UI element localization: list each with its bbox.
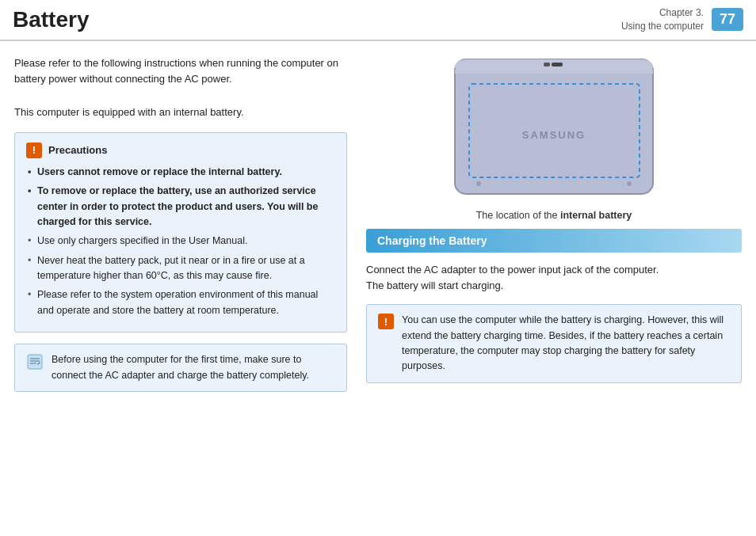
chapter-label: Chapter 3.: [621, 6, 704, 20]
tablet-image: SAMSUNG: [447, 55, 661, 204]
charging-warning-box: ! You can use the computer while the bat…: [366, 304, 742, 383]
tablet-image-area: SAMSUNG The location of the internal bat…: [366, 55, 742, 221]
intro-paragraph: Please refer to the following instructio…: [14, 55, 347, 121]
list-item: Users cannot remove or replace the inter…: [26, 165, 335, 180]
svg-text:SAMSUNG: SAMSUNG: [522, 129, 586, 141]
charging-warning-icon: !: [378, 314, 394, 329]
caption-prefix: The location of the: [476, 210, 560, 221]
caption-bold: internal battery: [560, 210, 632, 221]
svg-point-13: [627, 181, 632, 186]
charging-line1: Connect the AC adapter to the power inpu…: [366, 262, 742, 279]
svg-rect-5: [455, 59, 653, 194]
charging-line2: The battery will start charging.: [366, 278, 742, 295]
chapter-sublabel: Using the computer: [621, 20, 704, 33]
precautions-list: Users cannot remove or replace the inter…: [26, 165, 335, 318]
svg-rect-7: [455, 70, 653, 74]
note-icon: [26, 353, 44, 373]
note-text: Before using the computer for the first …: [52, 352, 335, 383]
svg-rect-0: [28, 355, 42, 369]
precautions-title: Precautions: [48, 144, 107, 156]
chapter-info: Chapter 3. Using the computer: [621, 6, 704, 33]
precautions-header: ! Precautions: [26, 143, 335, 158]
precautions-warning-icon: !: [26, 143, 42, 158]
page-header: Battery Chapter 3. Using the computer 77: [0, 0, 756, 41]
list-item: Please refer to the system operation env…: [26, 287, 335, 318]
list-item: Use only chargers specified in the User …: [26, 234, 335, 249]
svg-rect-9: [552, 63, 563, 67]
charging-warning-text: You can use the computer while the batte…: [402, 313, 730, 374]
svg-rect-8: [544, 63, 550, 67]
image-caption: The location of the internal battery: [366, 210, 742, 221]
svg-point-12: [476, 181, 481, 186]
intro-line2: This computer is equipped with an intern…: [14, 106, 244, 118]
list-item: Never heat the battery pack, put it near…: [26, 253, 335, 284]
main-content: Please refer to the following instructio…: [0, 41, 756, 406]
charging-text: Connect the AC adapter to the power inpu…: [366, 262, 742, 295]
intro-line1: Please refer to the following instructio…: [14, 57, 338, 86]
page-number: 77: [712, 8, 743, 31]
charging-section-title: Charging the Battery: [366, 229, 742, 253]
note-box: Before using the computer for the first …: [14, 344, 347, 392]
precautions-box: ! Precautions Users cannot remove or rep…: [14, 132, 347, 333]
list-item: To remove or replace the battery, use an…: [26, 184, 335, 230]
right-column: SAMSUNG The location of the internal bat…: [366, 55, 742, 392]
page-title: Battery: [13, 7, 89, 32]
left-column: Please refer to the following instructio…: [14, 55, 347, 392]
header-right: Chapter 3. Using the computer 77: [621, 6, 743, 33]
